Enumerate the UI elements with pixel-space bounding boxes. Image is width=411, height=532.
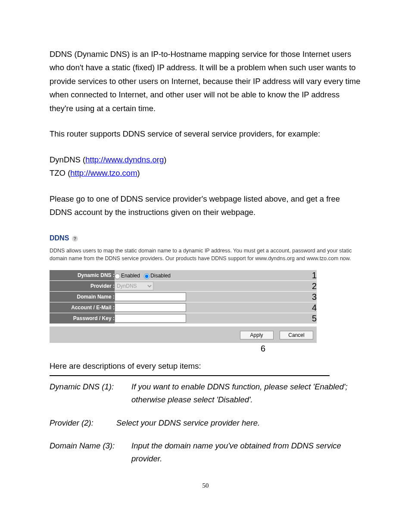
dyndns-prefix: DynDNS (	[50, 155, 85, 164]
desc-text-3: Input the domain name you've obtained fr…	[131, 439, 361, 465]
dyndns-link[interactable]: http://www.dyndns.org	[85, 155, 164, 164]
ddns-config-panel: DDNS ? DDNS allows users to map the stat…	[50, 231, 361, 354]
instruction-paragraph: Please go to one of DDNS service provide…	[50, 192, 361, 219]
provider-select[interactable]: DynDNS	[115, 282, 153, 290]
desc-text-2: Select your DDNS service provider here.	[116, 417, 361, 429]
intro-paragraph: DDNS (Dynamic DNS) is an IP-to-Hostname …	[50, 47, 361, 115]
radio-enabled-label: Enabled	[121, 273, 140, 279]
desc-label-2: Provider (2):	[50, 417, 116, 429]
account-input[interactable]	[115, 303, 186, 312]
label-domain-name: Domain Name :	[50, 292, 115, 302]
radio-disabled-label: Disabled	[150, 273, 171, 279]
form-table: Dynamic DNS : Enabled Disabled 1 Provide…	[50, 270, 317, 324]
support-paragraph: This router supports DDNS service of sev…	[50, 127, 361, 140]
dyndns-suffix: )	[164, 155, 166, 164]
callout-5: 5	[246, 313, 317, 324]
provider-line-1: DynDNS (http://www.dyndns.org)	[50, 153, 361, 166]
row-provider: Provider : DynDNS 2	[50, 281, 317, 292]
desc-row-1: Dynamic DNS (1): If you want to enable D…	[50, 380, 361, 406]
desc-text-1: If you want to enable DDNS function, ple…	[131, 380, 361, 406]
label-password: Password / Key :	[50, 313, 115, 324]
panel-title-text: DDNS	[50, 234, 69, 242]
apply-button[interactable]: Apply	[240, 331, 274, 339]
desc-label-1: Dynamic DNS (1):	[50, 380, 131, 406]
domain-name-input[interactable]	[115, 292, 186, 301]
label-dynamic-dns: Dynamic DNS :	[50, 270, 115, 281]
label-provider: Provider :	[50, 281, 115, 292]
cancel-button[interactable]: Cancel	[280, 331, 313, 339]
row-domain-name: Domain Name : 3	[50, 292, 317, 302]
help-icon[interactable]: ?	[72, 236, 78, 242]
divider	[50, 375, 330, 376]
provider-line-2: TZO (http://www.tzo.com)	[50, 166, 361, 180]
tzo-suffix: )	[137, 168, 140, 177]
callout-4: 4	[246, 302, 317, 313]
page-number: 50	[50, 482, 361, 489]
label-account: Account / E-Mail :	[50, 302, 115, 313]
radio-enabled[interactable]	[115, 274, 120, 279]
panel-title: DDNS ?	[50, 231, 361, 244]
row-password: Password / Key : 5	[50, 313, 317, 324]
desc-row-3: Domain Name (3): Input the domain name y…	[50, 439, 361, 465]
desc-row-2: Provider (2): Select your DDNS service p…	[50, 417, 361, 429]
tzo-link[interactable]: http://www.tzo.com	[70, 168, 137, 177]
descriptions-intro: Here are descriptions of every setup ite…	[50, 361, 361, 371]
callout-6: 6	[261, 344, 361, 354]
callout-1: 1	[246, 270, 317, 281]
radio-disabled[interactable]	[144, 274, 149, 279]
desc-label-3: Domain Name (3):	[50, 439, 131, 465]
callout-2: 2	[246, 281, 317, 292]
panel-description: DDNS allows users to map the static doma…	[50, 247, 361, 262]
tzo-prefix: TZO (	[50, 168, 70, 177]
row-account: Account / E-Mail : 4	[50, 302, 317, 313]
callout-3: 3	[246, 292, 317, 302]
button-row: Apply Cancel	[50, 327, 317, 343]
row-dynamic-dns: Dynamic DNS : Enabled Disabled 1	[50, 270, 317, 281]
password-input[interactable]	[115, 314, 186, 323]
